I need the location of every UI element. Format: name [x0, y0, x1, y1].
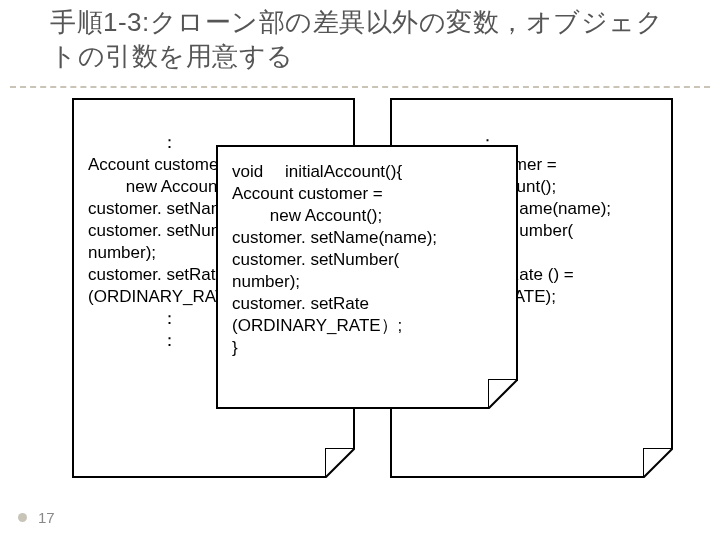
- dog-ear-icon: [643, 448, 673, 478]
- page-number: 17: [38, 509, 55, 526]
- title-divider: [10, 86, 710, 88]
- dog-ear-icon: [325, 448, 355, 478]
- dog-ear-icon: [488, 379, 518, 409]
- code-front: void initialAccount(){ Account customer …: [232, 161, 502, 359]
- slide-title: 手順1-3:クローン部の差異以外の変数，オブジェクトの引数を用意する: [50, 6, 690, 74]
- bullet-icon: [18, 513, 27, 522]
- code-note-front: void initialAccount(){ Account customer …: [216, 145, 518, 409]
